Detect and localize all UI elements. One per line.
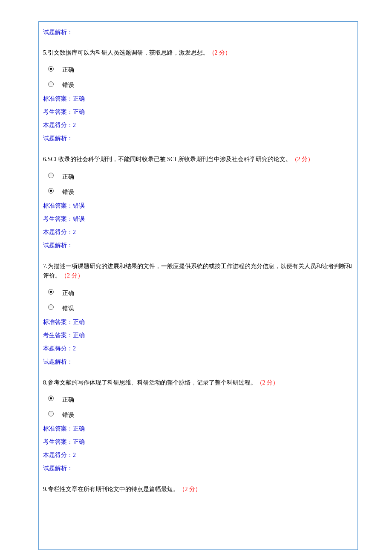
standard-answer-prefix: 标准答案： [43,319,73,325]
question-body: 参考文献的写作体现了科研思维、科研活动的整个脉络，记录了整个科研过程。 [48,379,257,386]
question-block: 9.专栏性文章在所有期刊论文中的特点是篇幅最短。（2 分） [43,485,353,494]
option-label: 正确 [62,393,74,404]
question-body: 专栏性文章在所有期刊论文中的特点是篇幅最短。 [48,486,179,492]
question-score: 本题得分：2 [43,451,353,460]
score-value: 2 [73,229,76,235]
option-label: 错误 [62,186,74,196]
student-answer-value: 正确 [73,332,85,338]
question-points: （2 分） [291,156,314,162]
question-block: 7.为描述一项课题研究的进展和结果的文件，一般应提供系统的或按工作进程的充分信息… [43,262,353,366]
question-score: 本题得分：2 [43,344,353,353]
question-text: 9.专栏性文章在所有期刊论文中的特点是篇幅最短。（2 分） [43,485,353,494]
student-answer-prefix: 考生答案： [43,332,73,338]
question-analysis: 试题解析： [43,134,353,143]
option-row[interactable]: 错误 [43,409,353,419]
student-answer-prefix: 考生答案： [43,439,73,445]
student-answer-prefix: 考生答案： [43,109,73,115]
question-body: SCI 收录的社会科学期刊，不能同时收录已被 SCI 所收录期刊当中涉及社会科学… [48,156,291,162]
question-number: 7. [43,263,48,269]
standard-answer-prefix: 标准答案： [43,425,73,432]
question-points: （2 分） [61,272,84,279]
radio-icon[interactable] [48,188,54,194]
radio-icon[interactable] [48,304,54,310]
student-answer: 考生答案：正确 [43,331,353,340]
option-label: 正确 [62,287,74,297]
radio-icon[interactable] [48,173,54,178]
student-answer-prefix: 考生答案： [43,216,73,222]
question-text: 7.为描述一项课题研究的进展和结果的文件，一般应提供系统的或按工作进程的充分信息… [43,262,353,281]
page-container: 试题解析： 5.引文数据库可以为科研人员选题调研，获取思路，激发思想。（2 分）… [38,21,358,550]
top-analysis-label: 试题解析： [43,29,353,36]
option-row[interactable]: 错误 [43,186,353,196]
student-answer-value: 正确 [73,439,85,445]
option-row[interactable]: 正确 [43,287,353,297]
question-analysis: 试题解析： [43,464,353,473]
question-number: 9. [43,486,48,492]
score-prefix: 本题得分： [43,229,73,235]
standard-answer: 标准答案：正确 [43,94,353,103]
question-block: 6.SCI 收录的社会科学期刊，不能同时收录已被 SCI 所收录期刊当中涉及社会… [43,155,353,249]
standard-answer: 标准答案：错误 [43,201,353,210]
question-score: 本题得分：2 [43,121,353,130]
question-points: （2 分） [209,49,231,56]
question-number: 6. [43,156,48,162]
student-answer: 考生答案：正确 [43,107,353,116]
analysis-prefix: 试题解析： [43,358,73,365]
score-prefix: 本题得分： [43,122,73,128]
student-answer: 考生答案：错误 [43,214,353,223]
question-number: 5. [43,49,48,56]
question-analysis: 试题解析： [43,241,353,250]
analysis-prefix: 试题解析： [43,465,73,471]
question-analysis: 试题解析： [43,357,353,366]
question-body: 引文数据库可以为科研人员选题调研，获取思路，激发思想。 [48,49,209,56]
option-label: 错误 [62,79,74,89]
option-row[interactable]: 正确 [43,171,353,181]
standard-answer-prefix: 标准答案： [43,202,73,209]
option-row[interactable]: 正确 [43,393,353,404]
radio-icon[interactable] [48,411,54,416]
standard-answer-value: 正确 [73,425,85,432]
option-row[interactable]: 错误 [43,79,353,89]
standard-answer-prefix: 标准答案： [43,95,73,102]
score-value: 2 [73,345,76,352]
question-score: 本题得分：2 [43,228,353,237]
score-value: 2 [73,452,76,458]
question-block: 8.参考文献的写作体现了科研思维、科研活动的整个脉络，记录了整个科研过程。（2 … [43,378,353,473]
question-body: 为描述一项课题研究的进展和结果的文件，一般应提供系统的或按工作进程的充分信息，以… [43,263,352,279]
student-answer: 考生答案：正确 [43,437,353,446]
standard-answer-value: 错误 [73,202,85,209]
analysis-prefix: 试题解析： [43,135,73,142]
standard-answer: 标准答案：正确 [43,318,353,327]
radio-icon[interactable] [48,289,54,295]
score-prefix: 本题得分： [43,345,73,352]
question-points: （2 分） [179,486,202,492]
option-label: 正确 [62,171,74,181]
option-label: 正确 [62,64,74,74]
question-number: 8. [43,379,48,386]
standard-answer: 标准答案：正确 [43,424,353,433]
score-value: 2 [73,122,76,128]
question-points: （2 分） [257,379,279,386]
radio-icon[interactable] [48,396,54,401]
option-row[interactable]: 正确 [43,64,353,74]
option-row[interactable]: 错误 [43,302,353,312]
option-label: 错误 [62,302,74,312]
question-text: 8.参考文献的写作体现了科研思维、科研活动的整个脉络，记录了整个科研过程。（2 … [43,378,353,387]
analysis-prefix: 试题解析： [43,242,73,249]
question-block: 5.引文数据库可以为科研人员选题调研，获取思路，激发思想。（2 分）正确错误标准… [43,48,353,143]
student-answer-value: 错误 [73,216,85,222]
question-text: 5.引文数据库可以为科研人员选题调研，获取思路，激发思想。（2 分） [43,48,353,58]
radio-icon[interactable] [48,81,54,87]
radio-icon[interactable] [48,66,54,72]
standard-answer-value: 正确 [73,319,85,325]
student-answer-value: 正确 [73,109,85,115]
standard-answer-value: 正确 [73,95,85,102]
question-text: 6.SCI 收录的社会科学期刊，不能同时收录已被 SCI 所收录期刊当中涉及社会… [43,155,353,164]
score-prefix: 本题得分： [43,452,73,458]
questions-list: 5.引文数据库可以为科研人员选题调研，获取思路，激发思想。（2 分）正确错误标准… [43,48,353,494]
option-label: 错误 [62,409,74,419]
